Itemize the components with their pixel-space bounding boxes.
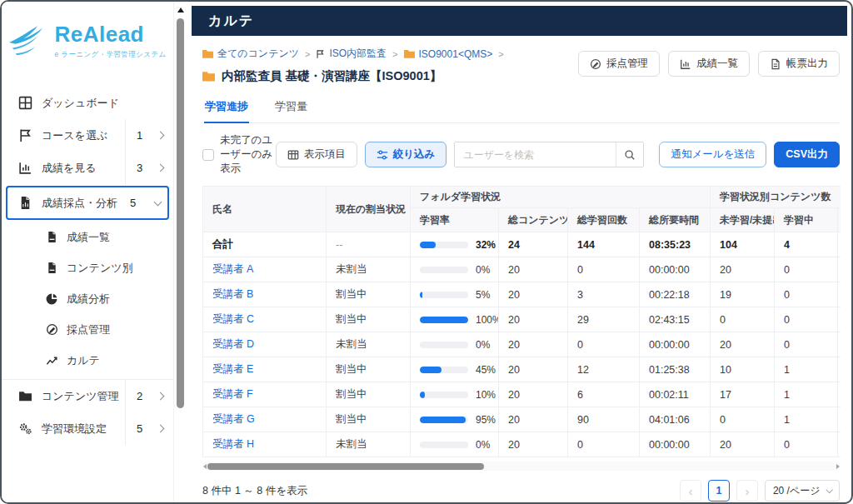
progress-bar-fill — [420, 317, 468, 323]
csv-file-icon — [46, 231, 58, 243]
learner-link[interactable]: 受講者 F — [212, 388, 253, 400]
sidebar-subitem-grading[interactable]: 採点管理 — [2, 314, 173, 345]
prev-page-button[interactable]: ‹ — [680, 480, 701, 502]
grade-list-button[interactable]: 成績一覧 — [668, 51, 750, 77]
progress-bar — [420, 392, 468, 398]
report-file-icon — [18, 196, 32, 210]
bar-chart-icon — [680, 58, 691, 70]
sidebar-item-content-management[interactable]: コンテンツ管理 2 — [2, 380, 173, 412]
scroll-left-arrow-icon[interactable] — [203, 464, 207, 469]
learning-rate-cell: 5% — [411, 282, 499, 307]
table-horizontal-scrollbar[interactable] — [202, 462, 841, 471]
total-time-cell: 00:00:00 — [640, 432, 711, 457]
item-count-badge: 5 — [137, 422, 142, 435]
sidebar-item-label: 成績分析 — [67, 292, 173, 307]
next-page-button[interactable]: › — [736, 480, 758, 502]
tab-learning-volume[interactable]: 学習量 — [274, 92, 308, 122]
scrollbar-thumb[interactable] — [207, 463, 484, 470]
progress-percent-label: 95% — [476, 414, 496, 426]
display-columns-button[interactable]: 表示項目 — [276, 142, 357, 167]
brand-swoosh-icon — [5, 24, 47, 57]
learner-link[interactable]: 受講者 H — [212, 438, 254, 450]
not-started-cell: 17 — [711, 382, 775, 407]
in-progress-cell: 0 — [775, 257, 838, 282]
page-size-select[interactable]: 20 /ページ — [765, 480, 840, 502]
sidebar-item-grading-analysis[interactable]: 成績採点・分析 5 — [7, 187, 167, 218]
pagination: ‹ 1 › 20 /ページ — [680, 480, 840, 502]
sidebar-item-dashboard[interactable]: ダッシュボード — [2, 87, 173, 119]
learning-rate-cell: 0% — [411, 332, 499, 357]
sidebar-submenu: 成績一覧 コンテンツ別 成績分析 採点管理 カルテ — [2, 222, 173, 376]
filter-button[interactable]: 絞り込み — [365, 142, 447, 167]
sidebar-item-label: 採点管理 — [67, 322, 173, 337]
scroll-up-arrow-icon[interactable] — [177, 7, 184, 12]
assignment-status-cell: 未割当 — [327, 432, 411, 457]
not-started-cell: 10 — [711, 357, 775, 382]
total-time-cell: 00:02:11 — [640, 382, 711, 407]
total-sessions-cell: 90 — [568, 407, 640, 432]
total-sessions-cell: 29 — [568, 307, 640, 332]
assignment-status-cell: 割当中 — [327, 382, 411, 407]
not-started-cell: 0 — [711, 307, 775, 332]
progress-percent-label: 0% — [476, 339, 490, 351]
sidebar-item-environment-settings[interactable]: 学習環境設定 5 — [2, 412, 173, 445]
learner-link[interactable]: 受講者 D — [212, 338, 254, 350]
breadcrumb-item[interactable]: 全てのコンテンツ — [202, 47, 299, 61]
learner-link[interactable]: 受講者 B — [212, 288, 253, 300]
main-area: カルテ 全てのコンテンツ > ISO内部監査 > — [187, 2, 851, 502]
in-progress-cell: 1 — [775, 382, 838, 407]
learner-link[interactable]: 受講者 C — [212, 313, 254, 325]
breadcrumb-item[interactable]: ISO内部監査 — [316, 47, 387, 61]
csv-export-button[interactable]: CSV出力 — [774, 142, 840, 167]
search-button[interactable] — [616, 142, 643, 167]
tab-learning-progress[interactable]: 学習進捗 — [204, 92, 249, 123]
sidebar-item-label: コースを選ぶ — [42, 128, 125, 143]
learner-name-cell: 合計 — [203, 232, 327, 257]
sidebar-subitem-by-content[interactable]: コンテンツ別 — [2, 252, 173, 283]
not-started-cell: 19 — [711, 282, 775, 307]
not-started-cell: 20 — [711, 332, 775, 357]
scroll-right-arrow-icon[interactable] — [836, 464, 840, 469]
sidebar-item-courses[interactable]: コースを選ぶ 1 — [2, 119, 173, 152]
in-progress-cell: 1 — [775, 407, 838, 432]
total-sessions-cell: 0 — [568, 257, 640, 282]
learner-link[interactable]: 受講者 G — [212, 413, 255, 425]
not-started-cell: 20 — [711, 432, 775, 457]
not-started-cell: 104 — [711, 232, 775, 257]
learner-link[interactable]: 受講者 A — [212, 263, 253, 275]
sidebar-subitem-karte[interactable]: カルテ — [2, 345, 173, 376]
scrollbar-thumb[interactable] — [177, 18, 184, 408]
in-progress-cell: 4 — [775, 232, 838, 257]
header-actions: 採点管理 成績一覧 帳票出力 — [578, 47, 840, 84]
progress-bar — [420, 242, 468, 248]
group-header-contents-by-status: 学習状況別コンテンツ数 — [711, 187, 841, 208]
sidebar-item-view-grades[interactable]: 成績を見る 3 — [2, 152, 173, 184]
send-notification-email-button[interactable]: 通知メールを送信 — [659, 142, 766, 167]
learner-link[interactable]: 受講者 E — [212, 363, 253, 375]
total-sessions-cell: 0 — [568, 432, 640, 457]
breadcrumb-item[interactable]: ISO9001<QMS> — [404, 48, 493, 60]
sidebar-subitem-grade-list[interactable]: 成績一覧 — [2, 222, 173, 252]
filter-sliders-icon — [377, 149, 388, 161]
checkbox-label: 未完了のユーザーのみ表示 — [220, 133, 276, 176]
col-header-name: 氏名 — [203, 187, 327, 232]
progress-percent-label: 10% — [476, 389, 496, 401]
sidebar-subitem-grade-analysis[interactable]: 成績分析 — [2, 283, 173, 314]
result-count-summary: 8 件中 1 ～ 8 件を表示 — [202, 484, 307, 498]
breadcrumb-separator: > — [305, 49, 310, 59]
in-progress-cell: 0 — [775, 307, 838, 332]
total-contents-cell: 20 — [499, 282, 568, 307]
learning-rate-cell: 45% — [411, 357, 499, 382]
brand-logo[interactable]: ReAlead e ラーニング・学習管理システム — [2, 22, 173, 60]
incomplete-only-checkbox[interactable] — [202, 149, 214, 161]
total-contents-cell: 20 — [499, 382, 568, 407]
dashboard-grid-icon — [18, 96, 32, 110]
report-export-button[interactable]: 帳票出力 — [758, 51, 840, 77]
in-progress-cell: 0 — [775, 332, 838, 357]
user-search-input[interactable] — [455, 149, 616, 161]
grading-management-button[interactable]: 採点管理 — [578, 51, 660, 77]
progress-bar — [420, 417, 468, 423]
learner-name-cell: 受講者 H — [203, 432, 327, 457]
page-number-button[interactable]: 1 — [708, 480, 730, 502]
sidebar-scrollbar[interactable] — [173, 2, 187, 502]
